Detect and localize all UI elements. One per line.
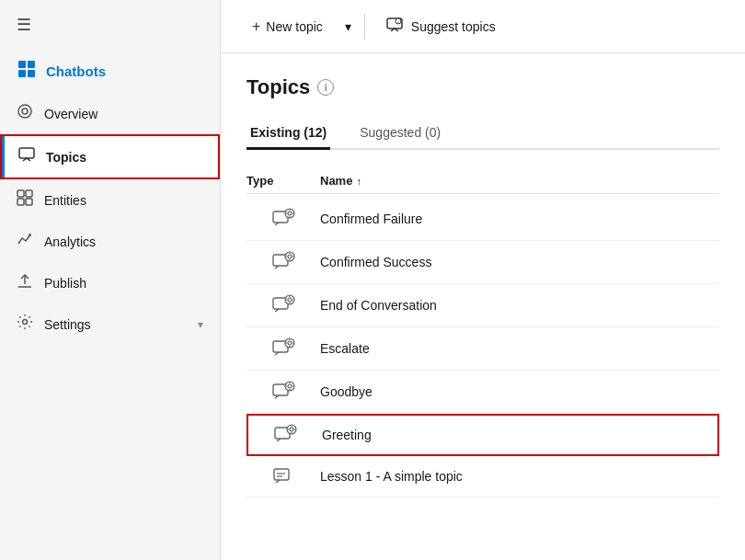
system-topic-icon	[246, 250, 320, 274]
page-content: Topics i Existing (12) Suggested (0) Typ…	[221, 53, 745, 560]
table-row[interactable]: Lesson 1 - A simple topic	[246, 456, 719, 497]
chatbots-label: Chatbots	[46, 63, 106, 79]
svg-rect-8	[26, 190, 32, 197]
settings-label: Settings	[44, 317, 187, 332]
entities-label: Entities	[44, 193, 203, 208]
tab-suggested[interactable]: Suggested (0)	[356, 118, 444, 150]
entities-icon	[17, 189, 33, 211]
table-row[interactable]: End of Conversation	[246, 284, 719, 327]
row-name-lesson1[interactable]: Lesson 1 - A simple topic	[320, 469, 719, 484]
new-topic-dropdown-button[interactable]: ▾	[339, 13, 357, 40]
toolbar: + New topic ▾ i Suggest topics	[221, 0, 745, 53]
row-name-goodbye[interactable]: Goodbye	[320, 384, 719, 399]
suggest-topics-button[interactable]: i Suggest topics	[372, 9, 509, 43]
sidebar-item-settings[interactable]: Settings ▾	[0, 303, 220, 345]
tabs-bar: Existing (12) Suggested (0)	[246, 118, 719, 150]
overview-icon	[17, 103, 33, 124]
sidebar-item-publish[interactable]: Publish	[0, 262, 220, 303]
settings-icon	[17, 314, 33, 335]
svg-rect-7	[17, 190, 24, 197]
table-header: Type Name ↑	[246, 168, 719, 194]
table-row[interactable]: Greeting	[246, 414, 719, 456]
svg-point-13	[23, 320, 28, 325]
sidebar: ☰ Chatbots Overview	[0, 0, 221, 560]
svg-rect-0	[18, 61, 26, 68]
sidebar-nav: Overview Topics Entities	[0, 93, 220, 345]
table-row[interactable]: Confirmed Success	[246, 241, 719, 284]
title-text: Topics	[246, 75, 310, 99]
overview-label: Overview	[44, 107, 203, 121]
publish-icon	[17, 272, 33, 293]
table-row[interactable]: Escalate	[246, 327, 719, 371]
svg-rect-6	[19, 148, 34, 158]
table-row[interactable]: Confirmed Failure	[246, 198, 719, 241]
analytics-label: Analytics	[44, 234, 203, 249]
svg-rect-59	[274, 469, 289, 480]
svg-point-4	[18, 105, 31, 118]
suggest-topics-label: Suggest topics	[411, 19, 496, 34]
hamburger-menu[interactable]: ☰	[0, 0, 220, 50]
svg-rect-10	[26, 199, 32, 205]
chatbots-icon	[17, 59, 37, 84]
row-name-confirmed-failure[interactable]: Confirmed Failure	[320, 211, 719, 226]
sidebar-item-analytics[interactable]: Analytics	[0, 221, 220, 262]
system-topic-icon	[246, 380, 320, 404]
row-name-escalate[interactable]: Escalate	[320, 341, 719, 356]
svg-text:i: i	[397, 19, 398, 25]
system-topic-icon	[246, 337, 320, 360]
analytics-icon	[17, 231, 33, 252]
sidebar-item-topics[interactable]: Topics	[0, 134, 220, 179]
topics-label: Topics	[46, 150, 201, 165]
col-name-header[interactable]: Name ↑	[320, 174, 719, 188]
svg-rect-3	[28, 70, 35, 77]
toolbar-divider	[364, 14, 365, 40]
sidebar-item-entities[interactable]: Entities	[0, 179, 220, 221]
svg-rect-2	[18, 70, 26, 77]
publish-label: Publish	[44, 276, 203, 291]
row-name-greeting[interactable]: Greeting	[322, 428, 717, 442]
new-topic-button[interactable]: + New topic	[239, 12, 336, 41]
row-name-confirmed-success[interactable]: Confirmed Success	[320, 255, 719, 269]
dropdown-chevron-icon: ▾	[345, 19, 351, 34]
col-type-header: Type	[246, 174, 320, 188]
sort-arrow-icon: ↑	[356, 176, 361, 187]
system-topic-icon	[248, 423, 322, 447]
sidebar-chatbots[interactable]: Chatbots	[0, 50, 220, 93]
sidebar-item-overview[interactable]: Overview	[0, 93, 220, 134]
system-topic-icon	[246, 293, 320, 317]
system-topic-icon	[246, 207, 320, 231]
svg-point-5	[22, 109, 28, 114]
info-icon[interactable]: i	[317, 79, 334, 96]
main-content: + New topic ▾ i Suggest topics Topics i	[221, 0, 745, 560]
new-topic-label: New topic	[266, 19, 322, 34]
suggest-topics-icon: i	[385, 16, 404, 37]
user-topic-icon	[246, 465, 320, 487]
topics-icon	[18, 146, 35, 167]
col-name-label: Name	[320, 174, 352, 188]
row-name-end-of-conversation[interactable]: End of Conversation	[320, 298, 719, 313]
tab-existing[interactable]: Existing (12)	[246, 118, 330, 150]
table-row[interactable]: Goodbye	[246, 371, 719, 414]
svg-rect-9	[17, 199, 24, 205]
table-rows: Confirmed Failure Confirmed Success End …	[246, 198, 719, 497]
plus-icon: +	[252, 18, 260, 35]
svg-rect-1	[28, 61, 35, 68]
settings-chevron-icon: ▾	[198, 318, 203, 331]
page-title: Topics i	[246, 75, 719, 99]
